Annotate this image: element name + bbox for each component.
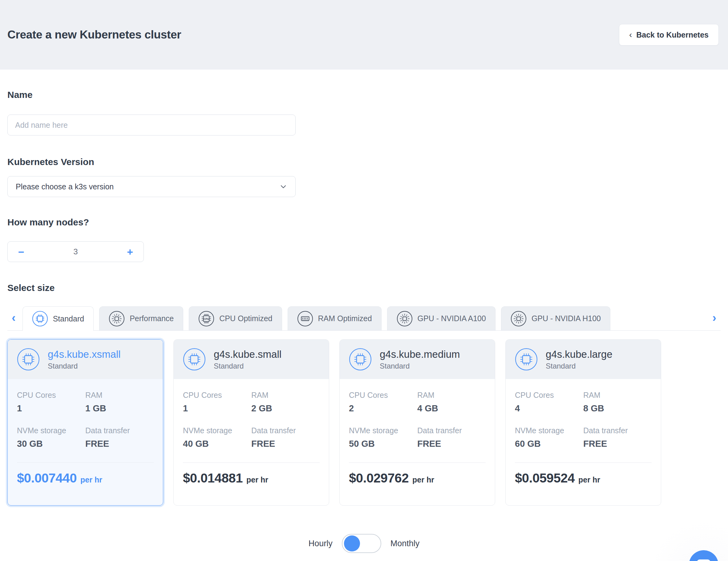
spec-label: NVMe storage	[183, 427, 251, 434]
spec-value: 8 GB	[583, 404, 652, 413]
tab-label: GPU - NVIDIA H100	[532, 314, 601, 323]
main-content: Name Kubernetes Version Please choose a …	[0, 89, 728, 553]
spec-value: 2 GB	[251, 404, 320, 413]
tabs-scroll-left-button[interactable]: ‹	[12, 312, 16, 330]
page-title: Create a new Kubernetes cluster	[7, 28, 181, 41]
size-card-g4s-kube-medium[interactable]: g4s.kube.medium Standard CPU Cores2 RAM4…	[339, 339, 495, 506]
node-count-stepper: − 3 +	[7, 241, 144, 262]
size-tier: Standard	[214, 362, 281, 370]
spec-value: 1 GB	[85, 404, 154, 413]
performance-chip-icon	[109, 311, 125, 327]
price-unit: per hr	[246, 475, 268, 484]
size-tier: Standard	[380, 362, 460, 370]
gpu-chip-icon	[397, 311, 413, 327]
card-header: g4s.kube.xsmall Standard	[8, 340, 163, 379]
tab-gpu-nvidia-h100[interactable]: GPU - NVIDIA H100	[501, 306, 610, 330]
tab-label: RAM Optimized	[318, 314, 372, 323]
hourly-label: Hourly	[309, 539, 333, 548]
gpu-chip-icon	[511, 311, 527, 327]
ram-stick-icon	[297, 311, 313, 327]
back-to-kubernetes-button[interactable]: ‹ Back to Kubernetes	[619, 24, 719, 46]
price-row: $0.059524 per hr	[506, 463, 661, 486]
tab-cpu-optimized[interactable]: CPU CPU Optimized	[189, 306, 282, 330]
tab-label: GPU - NVIDIA A100	[418, 314, 486, 323]
price-row: $0.029762 per hr	[340, 463, 495, 486]
spec-value: 1	[17, 404, 85, 413]
spec-label: NVMe storage	[17, 427, 85, 434]
increment-nodes-button[interactable]: +	[127, 247, 133, 257]
price: $0.029762	[349, 471, 409, 486]
size-card-g4s-kube-large[interactable]: g4s.kube.large Standard CPU Cores4 RAM8 …	[505, 339, 661, 506]
size-cards: g4s.kube.xsmall Standard CPU Cores1 RAM1…	[7, 339, 721, 506]
billing-period-toggle[interactable]	[342, 534, 381, 553]
spec-label: CPU Cores	[349, 391, 417, 399]
spec-value: 30 GB	[17, 439, 85, 448]
cpu-chip-icon: CPU	[198, 311, 214, 327]
tab-standard[interactable]: Standard	[22, 306, 94, 331]
spec-value: 50 GB	[349, 439, 417, 448]
chip-icon	[17, 348, 40, 371]
size-name: g4s.kube.medium	[380, 348, 460, 361]
price-unit: per hr	[80, 475, 102, 484]
chip-icon	[183, 348, 206, 371]
spec-label: Data transfer	[251, 427, 320, 434]
select-size-label: Select size	[7, 282, 721, 293]
price: $0.014881	[183, 471, 243, 486]
card-header: g4s.kube.large Standard	[506, 340, 661, 379]
spec-value: 40 GB	[183, 439, 251, 448]
size-card-g4s-kube-xsmall[interactable]: g4s.kube.xsmall Standard CPU Cores1 RAM1…	[7, 339, 163, 506]
spec-value: 60 GB	[515, 439, 583, 448]
spec-value: 4 GB	[417, 404, 486, 413]
decrement-nodes-button[interactable]: −	[18, 247, 24, 257]
kubernetes-version-label: Kubernetes Version	[7, 156, 721, 167]
chip-icon	[515, 348, 538, 371]
spec-value: 1	[183, 404, 251, 413]
price-row: $0.007440 per hr	[8, 463, 163, 486]
tab-label: CPU Optimized	[219, 314, 272, 323]
spec-value: 4	[515, 404, 583, 413]
spec-value: FREE	[251, 439, 320, 448]
cluster-name-input[interactable]	[7, 115, 296, 135]
toggle-knob	[344, 535, 360, 551]
tabs-scroll-right-button[interactable]: ›	[712, 312, 716, 330]
billing-toggle-row: Hourly Monthly	[7, 534, 721, 553]
k3s-version-selected-option: Please choose a k3s version	[16, 182, 114, 191]
spec-grid: CPU Cores2 RAM4 GB NVMe storage50 GB Dat…	[340, 379, 495, 448]
tab-gpu-nvidia-a100[interactable]: GPU - NVIDIA A100	[387, 306, 495, 330]
size-category-tabs: ‹ Standard Performance	[7, 307, 721, 331]
size-tier: Standard	[546, 362, 612, 370]
size-name: g4s.kube.small	[214, 348, 281, 361]
spec-grid: CPU Cores4 RAM8 GB NVMe storage60 GB Dat…	[506, 379, 661, 448]
price: $0.059524	[515, 471, 575, 486]
node-count-value: 3	[73, 247, 78, 256]
price-unit: per hr	[578, 475, 600, 484]
spec-label: RAM	[85, 391, 154, 399]
spec-value: FREE	[85, 439, 154, 448]
chevron-left-icon: ‹	[629, 30, 632, 39]
spec-grid: CPU Cores1 RAM1 GB NVMe storage30 GB Dat…	[8, 379, 163, 448]
spec-label: NVMe storage	[515, 427, 583, 434]
spec-value: FREE	[583, 439, 652, 448]
k3s-version-select[interactable]: Please choose a k3s version	[7, 176, 296, 197]
page-header: Create a new Kubernetes cluster ‹ Back t…	[0, 0, 728, 70]
monthly-label: Monthly	[390, 539, 420, 548]
standard-chip-icon	[32, 311, 48, 327]
svg-text:CPU: CPU	[204, 317, 209, 320]
card-header: g4s.kube.medium Standard	[340, 340, 495, 379]
spec-grid: CPU Cores1 RAM2 GB NVMe storage40 GB Dat…	[174, 379, 329, 448]
tab-label: Standard	[53, 314, 84, 323]
tab-ram-optimized[interactable]: RAM Optimized	[288, 306, 382, 330]
spec-label: RAM	[583, 391, 652, 399]
size-tier: Standard	[48, 362, 121, 370]
size-card-g4s-kube-small[interactable]: g4s.kube.small Standard CPU Cores1 RAM2 …	[173, 339, 329, 506]
spec-label: Data transfer	[583, 427, 652, 434]
card-header: g4s.kube.small Standard	[174, 340, 329, 379]
tab-performance[interactable]: Performance	[99, 306, 183, 330]
spec-label: NVMe storage	[349, 427, 417, 434]
size-name: g4s.kube.large	[546, 348, 612, 361]
spec-label: CPU Cores	[183, 391, 251, 399]
back-button-label: Back to Kubernetes	[636, 30, 709, 39]
spec-label: RAM	[251, 391, 320, 399]
chip-icon	[349, 348, 372, 371]
node-count-label: How many nodes?	[7, 217, 721, 228]
